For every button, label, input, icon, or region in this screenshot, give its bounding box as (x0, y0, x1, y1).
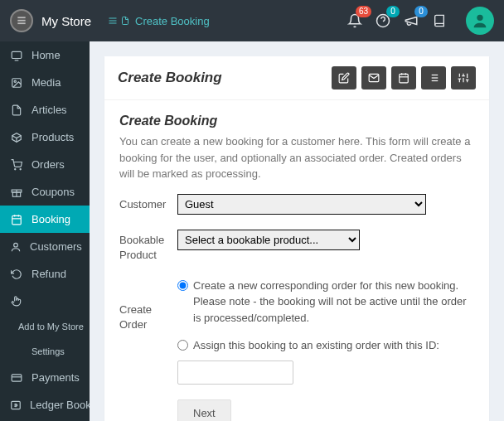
sidebar-label: Articles (32, 104, 67, 116)
sidebar-label: Products (32, 131, 74, 143)
main-panel: Create Booking Create Booking You can cr… (104, 56, 489, 421)
svg-rect-9 (12, 51, 22, 58)
radio-new-input[interactable] (177, 280, 188, 291)
section-description: You can create a new booking for a custo… (119, 133, 474, 182)
sidebar-label: Home (32, 49, 61, 61)
mail-button[interactable] (361, 66, 386, 90)
svg-point-12 (14, 80, 16, 82)
sidebar-item-media[interactable]: Media (0, 69, 90, 96)
user-icon (10, 241, 22, 253)
customer-label: Customer (119, 194, 177, 215)
action-buttons (332, 66, 476, 90)
monitor-icon (10, 50, 23, 61)
sidebar-item-payments[interactable]: Payments (0, 364, 90, 391)
sidebar-toggle[interactable] (108, 15, 130, 27)
svg-rect-1 (17, 20, 25, 22)
announce-badge: 0 (414, 6, 428, 17)
breadcrumb: Create Booking (108, 15, 210, 27)
sidebar-label: Orders (32, 158, 65, 171)
sidebar-item-add[interactable]: Add to My Store (0, 314, 90, 339)
cube-icon (10, 132, 23, 143)
bookable-select[interactable]: Select a bookable product... (177, 230, 360, 250)
breadcrumb-current[interactable]: Create Booking (135, 15, 210, 27)
dollar-icon (10, 399, 22, 411)
sidebar-item-settings[interactable]: Settings (0, 339, 90, 364)
radio-existing-input[interactable] (177, 340, 188, 351)
radio-existing-text: Assign this booking to an existing order… (193, 337, 439, 354)
sidebar-label: Coupons (32, 186, 75, 198)
svg-point-8 (477, 15, 482, 21)
sidebar-label: Booking (32, 213, 70, 225)
svg-rect-19 (12, 215, 22, 225)
pointer-icon (10, 295, 23, 307)
sidebar-label: Payments (32, 371, 80, 384)
svg-point-15 (20, 168, 21, 169)
panel-body: Create Booking You can create a new book… (104, 100, 489, 421)
svg-rect-29 (400, 74, 409, 83)
sidebar-item-refund[interactable]: Refund (0, 260, 90, 288)
sidebar-item-ledger[interactable]: Ledger Book (0, 391, 90, 419)
sidebar-label: Media (32, 76, 61, 89)
sidebar: Home Media Articles Products Orders Coup… (0, 41, 90, 421)
sidebar-item-home[interactable]: Home (0, 41, 90, 69)
sidebar-label: Refund (32, 268, 66, 280)
announce-icon[interactable]: 0 (403, 12, 419, 29)
book-icon[interactable] (431, 12, 448, 29)
next-button[interactable]: Next (177, 399, 231, 421)
sidebar-label: Ledger Book (30, 399, 90, 411)
row-bookable: Bookable Product Select a bookable produ… (119, 230, 474, 263)
svg-point-14 (15, 168, 16, 169)
image-icon (10, 77, 23, 89)
help-icon[interactable]: 0 (375, 12, 391, 29)
row-submit: Next (119, 399, 474, 421)
top-icons: 63 0 0 (346, 7, 494, 35)
sidebar-item-coupons[interactable]: Coupons (0, 178, 90, 206)
sidebar-item-booking[interactable]: Booking (0, 206, 90, 233)
settings-button[interactable] (451, 66, 476, 90)
calendar-icon (10, 214, 23, 225)
svg-point-23 (14, 243, 18, 247)
create-order-label: Create Order (119, 278, 177, 385)
cart-icon (10, 159, 23, 171)
row-create-order: Create Order Create a new corresponding … (119, 278, 474, 385)
sidebar-item-customers[interactable]: Customers (0, 233, 90, 260)
bookable-label: Bookable Product (119, 230, 177, 263)
card-icon (10, 372, 23, 384)
customer-select[interactable]: Guest (177, 194, 426, 215)
calendar-button[interactable] (391, 66, 416, 90)
sidebar-item-orders[interactable]: Orders (0, 151, 90, 178)
row-customer: Customer Guest (119, 194, 474, 215)
sidebar-label: Add to My Store (18, 322, 84, 331)
help-badge: 0 (386, 6, 400, 17)
panel-header: Create Booking (104, 56, 489, 100)
radio-new-text: Create a new corresponding order for thi… (193, 278, 474, 327)
bell-icon[interactable]: 63 (346, 12, 363, 29)
radio-new-order[interactable]: Create a new corresponding order for thi… (177, 278, 474, 327)
topbar: My Store Create Booking 63 0 0 (0, 0, 504, 41)
undo-icon (10, 269, 23, 280)
file-icon (10, 104, 23, 116)
sidebar-label: Settings (32, 346, 65, 356)
radio-existing-order[interactable]: Assign this booking to an existing order… (177, 337, 474, 354)
brand-logo (10, 9, 33, 32)
main: Create Booking Create Booking You can cr… (90, 41, 504, 421)
sidebar-label: Customers (30, 240, 82, 253)
sidebar-item-products[interactable]: Products (0, 123, 90, 151)
gift-icon (10, 186, 23, 198)
svg-rect-24 (12, 374, 22, 380)
page-title: Create Booking (118, 70, 222, 86)
edit-button[interactable] (332, 66, 356, 90)
avatar[interactable] (466, 7, 494, 35)
svg-rect-2 (17, 22, 25, 24)
svg-rect-0 (17, 17, 25, 18)
sidebar-item-pointer[interactable] (0, 288, 90, 314)
bell-badge: 63 (356, 6, 371, 17)
existing-order-id-input[interactable] (177, 361, 293, 385)
brand-name: My Store (41, 14, 91, 28)
sidebar-item-articles[interactable]: Articles (0, 96, 90, 123)
list-button[interactable] (421, 66, 446, 90)
section-title: Create Booking (119, 114, 474, 128)
